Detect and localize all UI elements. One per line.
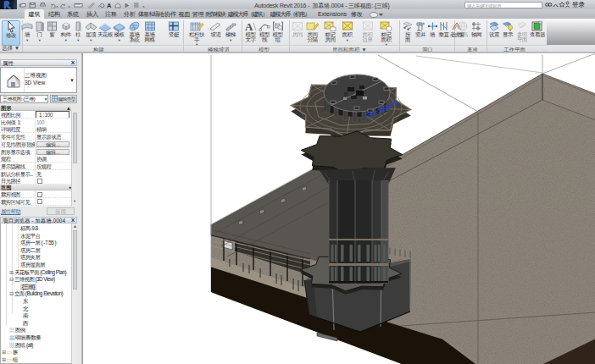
svg-text:A: A bbox=[245, 20, 253, 32]
